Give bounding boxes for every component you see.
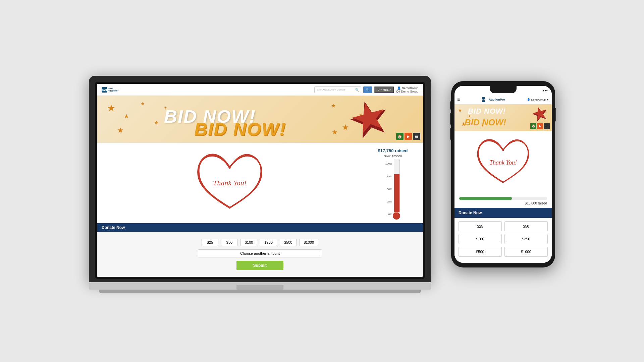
phone-big-star xyxy=(532,106,548,123)
svg-text:AP: AP xyxy=(482,99,485,101)
phone-menu-icon[interactable]: ≡ xyxy=(457,97,460,102)
thermometer: 100% 75% 50% 25% 0% xyxy=(385,161,400,218)
arrow-nav-btn[interactable]: ▶ xyxy=(405,133,412,140)
phone-bid-now-white: BID NOW! xyxy=(468,107,506,116)
amount-btn-250[interactable]: $250 xyxy=(260,239,277,246)
phone-header: ≡ AP AuctionPro 👤 DemoGroup ▼ xyxy=(454,95,552,104)
phone-menu-btn[interactable]: ☰ xyxy=(544,123,550,129)
phone-notch xyxy=(490,86,517,93)
help-icon: ? xyxy=(378,88,379,92)
phone-donate-title: Donate Now xyxy=(459,210,482,215)
phone-user-chevron: ▼ xyxy=(546,98,549,101)
phone-logo-text: AuctionPro xyxy=(489,98,505,101)
phone-banner: ★ ★ ★ ★ BID NOW! BID NOW! 🏠 ▶ ☰ xyxy=(454,104,552,131)
amount-buttons: $25 $50 $100 $250 $500 $1000 xyxy=(202,239,318,246)
donate-section: $25 $50 $100 $250 $500 $1000 Choose anot… xyxy=(97,232,423,277)
logo-icon: SAP Silent AuctionPro xyxy=(102,86,118,94)
search-placeholder: ENHANCED BY Google xyxy=(317,88,345,91)
laptop-base xyxy=(89,282,431,290)
menu-nav-btn[interactable]: ☰ xyxy=(413,133,420,140)
amount-btn-50[interactable]: $50 xyxy=(221,239,238,246)
label-25: 25% xyxy=(385,200,392,203)
phone-body: ●●● ≡ AP AuctionPro 👤 DemoGroup ▼ xyxy=(451,81,555,267)
phone-logo-icon: AP xyxy=(482,97,488,103)
phone-heart-section: Thank You! xyxy=(454,131,552,194)
thermo-labels: 100% 75% 50% 25% 0% xyxy=(385,162,392,216)
phone-vol-up-btn xyxy=(450,113,451,125)
phone-heart-container: Thank You! xyxy=(473,136,533,189)
thank-you-text: Thank You! xyxy=(213,179,247,187)
user-org: Qtt Demo Group xyxy=(396,90,418,93)
phone-donate-section: $25 $50 $100 $250 $500 $1000 xyxy=(454,218,552,263)
laptop-bezel: SAP Silent AuctionPro ENHANCED BY Google… xyxy=(95,82,425,279)
thermo-track xyxy=(394,159,400,213)
laptop-foot xyxy=(99,290,421,293)
phone-amount-btn-50[interactable]: $50 xyxy=(504,221,548,231)
svg-text:SAP: SAP xyxy=(102,88,108,92)
help-button[interactable]: ? ? HELP xyxy=(374,86,394,93)
phone-amount-btn-100[interactable]: $100 xyxy=(459,234,502,244)
phone-star-1: ★ xyxy=(458,108,462,113)
label-0: 0% xyxy=(385,213,392,216)
phone-nav-icons: 🏠 ▶ ☰ xyxy=(530,123,550,129)
thermo-bulb xyxy=(393,212,400,220)
amount-btn-500[interactable]: $500 xyxy=(280,239,297,246)
laptop-banner: ★ ★ ★ ★ ★ ★ ★ ★ ★ ★ BID NOW! BID NOW! xyxy=(97,96,423,143)
phone-home-btn[interactable]: 🏠 xyxy=(530,123,536,129)
phone-thank-you-text: Thank You! xyxy=(489,159,517,166)
heart-section: Thank You! xyxy=(97,143,363,223)
laptop-body: SAP Silent AuctionPro ENHANCED BY Google… xyxy=(89,76,431,282)
label-50: 50% xyxy=(385,188,392,191)
user-name: DemoGroup xyxy=(402,86,418,90)
phone-arrow-btn[interactable]: ▶ xyxy=(537,123,543,129)
search-button[interactable]: 🔍 xyxy=(363,86,372,93)
phone-device: ●●● ≡ AP AuctionPro 👤 DemoGroup ▼ xyxy=(451,81,555,267)
nav-icons: 🏠 ▶ ☰ xyxy=(396,133,420,140)
main-content: Thank You! $17,750 raised Goal: $25000 1… xyxy=(97,143,423,223)
phone-user: 👤 DemoGroup ▼ xyxy=(527,98,549,101)
thermometer-section: $17,750 raised Goal: $25000 100% 75% 50%… xyxy=(363,143,423,223)
phone-amount-btn-25[interactable]: $25 xyxy=(459,221,502,231)
donate-bar: Donate Now xyxy=(97,223,423,232)
search-box[interactable]: ENHANCED BY Google 🔍 xyxy=(314,86,361,93)
help-label: ? HELP xyxy=(380,88,391,92)
phone-raised-text: $15,000 raised xyxy=(459,201,547,205)
laptop-trackpad xyxy=(236,285,283,290)
amount-btn-25[interactable]: $25 xyxy=(202,239,218,246)
phone-amount-btn-1000[interactable]: $1000 xyxy=(504,247,548,257)
phone-progress-track xyxy=(459,197,547,200)
home-nav-btn[interactable]: 🏠 xyxy=(396,133,404,140)
submit-button[interactable]: Submit xyxy=(236,261,284,270)
label-100: 100% xyxy=(385,162,392,165)
phone-silent-btn xyxy=(450,101,451,110)
svg-text:AuctionPro: AuctionPro xyxy=(108,89,118,92)
phone-amount-row-1: $25 $50 xyxy=(459,221,548,231)
phone-user-name: DemoGroup xyxy=(531,98,546,101)
search-area: ENHANCED BY Google 🔍 🔍 ? ? HELP 👤 DemoGr… xyxy=(314,86,418,93)
phone-donate-bar: Donate Now xyxy=(454,208,552,218)
label-75: 75% xyxy=(385,175,392,178)
donate-title: Donate Now xyxy=(102,225,125,230)
amount-btn-1000[interactable]: $1000 xyxy=(299,239,318,246)
logo-area: SAP Silent AuctionPro xyxy=(102,86,120,94)
phone-screen: ●●● ≡ AP AuctionPro 👤 DemoGroup ▼ xyxy=(454,86,552,263)
phone-user-icon: 👤 xyxy=(527,98,530,101)
phone-amount-row-3: $500 $1000 xyxy=(459,247,548,257)
phone-logo: AP AuctionPro xyxy=(482,97,505,103)
big-star-icon xyxy=(349,99,389,139)
goal-text: Goal: $25000 xyxy=(384,155,402,158)
phone-progress-section: $15,000 raised xyxy=(454,194,552,208)
user-area: 👤 DemoGroup Qtt Demo Group xyxy=(396,86,418,93)
amount-btn-100[interactable]: $100 xyxy=(240,239,257,246)
heart-container: Thank You! xyxy=(193,149,267,217)
phone-signal: ●●● xyxy=(543,89,548,92)
phone-vol-down-btn xyxy=(450,128,451,140)
phone-amount-btn-500[interactable]: $500 xyxy=(459,247,502,257)
choose-amount-button[interactable]: Choose another amount xyxy=(198,249,322,257)
phone-amount-row-2: $100 $250 xyxy=(459,234,548,244)
bid-now-orange: BID NOW! xyxy=(194,119,286,139)
raised-amount: $17,750 raised xyxy=(378,148,408,153)
user-icon: 👤 xyxy=(397,86,402,90)
phone-amount-btn-250[interactable]: $250 xyxy=(504,234,548,244)
laptop-screen: SAP Silent AuctionPro ENHANCED BY Google… xyxy=(97,84,423,277)
